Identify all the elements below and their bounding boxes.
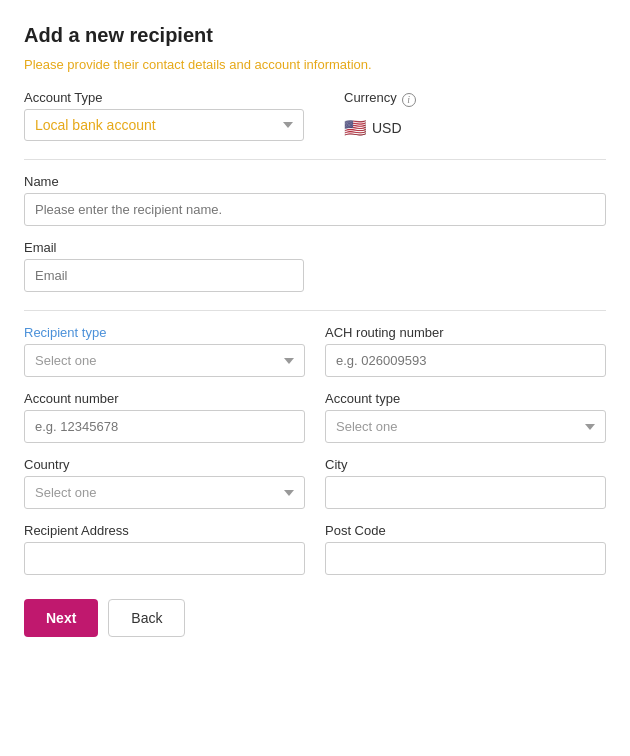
city-label: City [325, 457, 606, 472]
account-number-group: Account number [24, 391, 305, 443]
address-postcode-row: Recipient Address Post Code [24, 523, 606, 575]
city-input[interactable] [325, 476, 606, 509]
next-button[interactable]: Next [24, 599, 98, 637]
recipient-address-group: Recipient Address [24, 523, 305, 575]
email-field-group: Email [24, 240, 606, 292]
email-label: Email [24, 240, 606, 255]
recipient-address-input[interactable] [24, 542, 305, 575]
name-label: Name [24, 174, 606, 189]
account-type-label: Account Type [24, 90, 304, 105]
page-subtitle: Please provide their contact details and… [24, 57, 606, 72]
post-code-input[interactable] [325, 542, 606, 575]
account-number-label: Account number [24, 391, 305, 406]
account-number-type-row: Account number Account type Select one [24, 391, 606, 443]
footer-buttons: Next Back [24, 599, 606, 637]
currency-label: Currency [344, 90, 397, 105]
recipient-type-select[interactable]: Select one [24, 344, 305, 377]
recipient-ach-row: Recipient type Select one ACH routing nu… [24, 325, 606, 377]
email-input[interactable] [24, 259, 304, 292]
account-type-select[interactable]: Local bank account [24, 109, 304, 141]
account-number-input[interactable] [24, 410, 305, 443]
country-select[interactable]: Select one [24, 476, 305, 509]
ach-routing-label: ACH routing number [325, 325, 606, 340]
name-input[interactable] [24, 193, 606, 226]
country-group: Country Select one [24, 457, 305, 509]
post-code-label: Post Code [325, 523, 606, 538]
recipient-type-label: Recipient type [24, 325, 305, 340]
flag-icon: 🇺🇸 [344, 117, 366, 139]
country-label: Country [24, 457, 305, 472]
ach-routing-group: ACH routing number [325, 325, 606, 377]
name-field-group: Name [24, 174, 606, 226]
recipient-address-label: Recipient Address [24, 523, 305, 538]
currency-group: Currency i 🇺🇸 USD [344, 90, 416, 139]
country-city-row: Country Select one City [24, 457, 606, 509]
account-type2-group: Account type Select one [325, 391, 606, 443]
page-title: Add a new recipient [24, 24, 606, 47]
city-group: City [325, 457, 606, 509]
currency-value: USD [372, 120, 402, 136]
account-type2-select[interactable]: Select one [325, 410, 606, 443]
account-type2-label: Account type [325, 391, 606, 406]
post-code-group: Post Code [325, 523, 606, 575]
currency-info-icon[interactable]: i [402, 93, 416, 107]
account-type-group: Account Type Local bank account [24, 90, 304, 141]
back-button[interactable]: Back [108, 599, 185, 637]
ach-routing-input[interactable] [325, 344, 606, 377]
recipient-type-group: Recipient type Select one [24, 325, 305, 377]
